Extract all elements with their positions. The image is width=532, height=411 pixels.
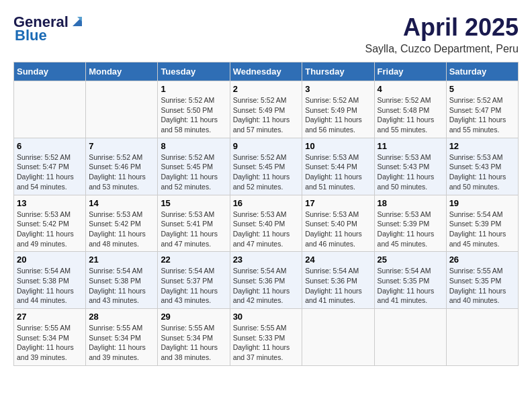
calendar-cell: 8Sunrise: 5:52 AMSunset: 5:45 PMDaylight…: [158, 138, 230, 195]
day-info: Sunrise: 5:55 AMSunset: 5:34 PMDaylight:…: [17, 323, 83, 363]
header: General Blue April 2025 Saylla, Cuzco De…: [13, 13, 519, 55]
header-cell-thursday: Thursday: [302, 62, 374, 81]
day-number: 24: [305, 255, 371, 265]
calendar-cell: 2Sunrise: 5:52 AMSunset: 5:49 PMDaylight…: [230, 81, 302, 138]
calendar-cell: 25Sunrise: 5:54 AMSunset: 5:35 PMDayligh…: [374, 252, 446, 309]
day-number: 4: [378, 84, 443, 94]
day-info: Sunrise: 5:54 AMSunset: 5:36 PMDaylight:…: [305, 266, 371, 306]
day-info: Sunrise: 5:53 AMSunset: 5:44 PMDaylight:…: [305, 152, 371, 192]
calendar-week-2: 6Sunrise: 5:52 AMSunset: 5:47 PMDaylight…: [14, 138, 519, 195]
day-number: 5: [449, 84, 515, 94]
day-info: Sunrise: 5:52 AMSunset: 5:47 PMDaylight:…: [449, 95, 515, 135]
calendar-cell: 3Sunrise: 5:52 AMSunset: 5:49 PMDaylight…: [302, 81, 374, 138]
calendar-cell: 17Sunrise: 5:53 AMSunset: 5:40 PMDayligh…: [302, 195, 374, 252]
calendar-cell: 5Sunrise: 5:52 AMSunset: 5:47 PMDaylight…: [446, 81, 518, 138]
day-info: Sunrise: 5:54 AMSunset: 5:38 PMDaylight:…: [89, 266, 154, 306]
day-number: 10: [305, 141, 371, 151]
calendar-cell: [86, 81, 158, 138]
calendar-cell: 19Sunrise: 5:54 AMSunset: 5:39 PMDayligh…: [446, 195, 518, 252]
calendar-cell: 18Sunrise: 5:53 AMSunset: 5:39 PMDayligh…: [374, 195, 446, 252]
day-info: Sunrise: 5:53 AMSunset: 5:43 PMDaylight:…: [449, 152, 515, 192]
calendar-header-row: SundayMondayTuesdayWednesdayThursdayFrid…: [14, 62, 519, 81]
calendar-cell: [302, 309, 374, 366]
day-info: Sunrise: 5:52 AMSunset: 5:47 PMDaylight:…: [17, 152, 83, 192]
day-info: Sunrise: 5:53 AMSunset: 5:41 PMDaylight:…: [161, 210, 226, 249]
day-info: Sunrise: 5:54 AMSunset: 5:35 PMDaylight:…: [378, 266, 443, 306]
day-number: 25: [378, 255, 443, 265]
day-number: 11: [378, 141, 443, 151]
day-number: 8: [161, 141, 226, 151]
day-number: 28: [89, 312, 154, 322]
day-info: Sunrise: 5:55 AMSunset: 5:34 PMDaylight:…: [161, 323, 226, 363]
day-info: Sunrise: 5:52 AMSunset: 5:48 PMDaylight:…: [378, 95, 443, 135]
day-number: 6: [17, 141, 83, 151]
calendar-cell: [14, 81, 86, 138]
day-number: 26: [449, 255, 515, 265]
day-info: Sunrise: 5:52 AMSunset: 5:45 PMDaylight:…: [161, 152, 226, 192]
header-cell-wednesday: Wednesday: [230, 62, 302, 81]
day-info: Sunrise: 5:54 AMSunset: 5:37 PMDaylight:…: [161, 266, 226, 306]
day-number: 27: [17, 312, 83, 322]
day-number: 18: [378, 198, 443, 208]
day-number: 19: [449, 198, 515, 208]
day-info: Sunrise: 5:52 AMSunset: 5:49 PMDaylight:…: [305, 95, 371, 135]
calendar-cell: 20Sunrise: 5:54 AMSunset: 5:38 PMDayligh…: [14, 252, 86, 309]
calendar-cell: 22Sunrise: 5:54 AMSunset: 5:37 PMDayligh…: [158, 252, 230, 309]
day-info: Sunrise: 5:52 AMSunset: 5:50 PMDaylight:…: [161, 95, 226, 135]
day-number: 12: [449, 141, 515, 151]
day-number: 22: [161, 255, 226, 265]
calendar-cell: 14Sunrise: 5:53 AMSunset: 5:42 PMDayligh…: [86, 195, 158, 252]
day-number: 21: [89, 255, 154, 265]
calendar-title: April 2025: [365, 13, 519, 42]
calendar-cell: 21Sunrise: 5:54 AMSunset: 5:38 PMDayligh…: [86, 252, 158, 309]
calendar-cell: 28Sunrise: 5:55 AMSunset: 5:34 PMDayligh…: [86, 309, 158, 366]
calendar-cell: [374, 309, 446, 366]
calendar-week-4: 20Sunrise: 5:54 AMSunset: 5:38 PMDayligh…: [14, 252, 519, 309]
day-number: 3: [305, 84, 371, 94]
day-info: Sunrise: 5:55 AMSunset: 5:34 PMDaylight:…: [89, 323, 154, 363]
calendar-cell: 13Sunrise: 5:53 AMSunset: 5:42 PMDayligh…: [14, 195, 86, 252]
day-number: 14: [89, 198, 154, 208]
day-info: Sunrise: 5:53 AMSunset: 5:43 PMDaylight:…: [378, 152, 443, 192]
day-info: Sunrise: 5:52 AMSunset: 5:46 PMDaylight:…: [89, 152, 154, 192]
calendar-body: 1Sunrise: 5:52 AMSunset: 5:50 PMDaylight…: [14, 81, 519, 366]
day-info: Sunrise: 5:53 AMSunset: 5:42 PMDaylight:…: [89, 210, 154, 249]
calendar-week-1: 1Sunrise: 5:52 AMSunset: 5:50 PMDaylight…: [14, 81, 519, 138]
header-cell-sunday: Sunday: [14, 62, 86, 81]
calendar-cell: [446, 309, 518, 366]
calendar-cell: 7Sunrise: 5:52 AMSunset: 5:46 PMDaylight…: [86, 138, 158, 195]
day-number: 1: [161, 84, 226, 94]
header-cell-monday: Monday: [86, 62, 158, 81]
day-info: Sunrise: 5:53 AMSunset: 5:40 PMDaylight:…: [233, 210, 300, 249]
calendar-cell: 10Sunrise: 5:53 AMSunset: 5:44 PMDayligh…: [302, 138, 374, 195]
day-number: 30: [233, 312, 300, 322]
day-number: 9: [233, 141, 300, 151]
day-info: Sunrise: 5:53 AMSunset: 5:40 PMDaylight:…: [305, 210, 371, 249]
day-info: Sunrise: 5:52 AMSunset: 5:49 PMDaylight:…: [233, 95, 300, 135]
day-info: Sunrise: 5:54 AMSunset: 5:39 PMDaylight:…: [449, 210, 515, 249]
header-cell-tuesday: Tuesday: [158, 62, 230, 81]
calendar-cell: 9Sunrise: 5:52 AMSunset: 5:45 PMDaylight…: [230, 138, 302, 195]
day-number: 16: [233, 198, 300, 208]
title-area: April 2025 Saylla, Cuzco Department, Per…: [365, 13, 519, 55]
calendar-cell: 29Sunrise: 5:55 AMSunset: 5:34 PMDayligh…: [158, 309, 230, 366]
day-number: 29: [161, 312, 226, 322]
day-info: Sunrise: 5:55 AMSunset: 5:35 PMDaylight:…: [449, 266, 515, 306]
calendar-cell: 23Sunrise: 5:54 AMSunset: 5:36 PMDayligh…: [230, 252, 302, 309]
day-info: Sunrise: 5:53 AMSunset: 5:42 PMDaylight:…: [17, 210, 83, 249]
calendar-cell: 6Sunrise: 5:52 AMSunset: 5:47 PMDaylight…: [14, 138, 86, 195]
day-number: 13: [17, 198, 83, 208]
calendar-week-3: 13Sunrise: 5:53 AMSunset: 5:42 PMDayligh…: [14, 195, 519, 252]
calendar-cell: 11Sunrise: 5:53 AMSunset: 5:43 PMDayligh…: [374, 138, 446, 195]
calendar-subtitle: Saylla, Cuzco Department, Peru: [365, 43, 519, 55]
day-number: 2: [233, 84, 300, 94]
day-number: 20: [17, 255, 83, 265]
calendar-week-5: 27Sunrise: 5:55 AMSunset: 5:34 PMDayligh…: [14, 309, 519, 366]
header-cell-saturday: Saturday: [446, 62, 518, 81]
logo-blue: Blue: [15, 27, 47, 44]
day-info: Sunrise: 5:54 AMSunset: 5:36 PMDaylight:…: [233, 266, 300, 306]
calendar-cell: 24Sunrise: 5:54 AMSunset: 5:36 PMDayligh…: [302, 252, 374, 309]
day-number: 7: [89, 141, 154, 151]
calendar-cell: 12Sunrise: 5:53 AMSunset: 5:43 PMDayligh…: [446, 138, 518, 195]
day-number: 17: [305, 198, 371, 208]
